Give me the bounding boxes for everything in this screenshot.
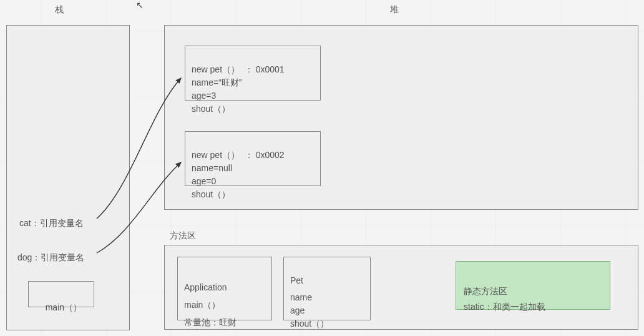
ma-application: Application main（） 常量池：旺财 [177,257,272,320]
ma-static-l2: static：和类一起加载 [464,302,545,312]
heap-obj2: new pet（） ： 0x0002 name=null age=0 shout… [185,131,321,186]
ma-application-l3: 常量池：旺财 [184,317,237,327]
stack-main-label: main（） [46,302,82,312]
ma-application-l2: main（） [184,300,220,310]
ma-static-box: 静态方法区 static：和类一起加载 [456,261,610,310]
title-method-area: 方法区 [170,230,196,242]
stack-dog-line: dog：引用变量名 [17,252,84,264]
ma-pet-l3: age [290,305,305,315]
heap-obj1-l4: shout（） [192,104,230,114]
title-stack: 栈 [55,4,64,16]
ma-pet-l4: shout（） [290,319,329,329]
heap-obj1-l2: name=“旺财” [192,77,242,87]
stack-main-box: main（） [28,281,94,307]
heap-obj2-l3: age=0 [192,176,216,186]
heap-obj2-l1: new pet（） ： 0x0002 [192,150,285,160]
heap-obj2-l4: shout（） [192,189,230,199]
cursor-icon: ↖ [136,0,144,10]
ma-pet-l2: name [290,292,312,302]
heap-obj1-l3: age=3 [192,91,216,101]
stack-cat-line: cat：引用变量名 [19,218,84,229]
ma-pet: Pet name age shout（） [283,257,371,320]
ma-pet-l1: Pet [290,275,303,285]
heap-obj1: new pet（） ： 0x0001 name=“旺财” age=3 shout… [185,46,321,101]
ma-static-l1: 静态方法区 [464,286,507,296]
heap-obj1-l1: new pet（） ： 0x0001 [192,64,285,74]
ma-application-l1: Application [184,282,227,292]
heap-obj2-l2: name=null [192,163,232,173]
title-heap: 堆 [390,4,399,16]
